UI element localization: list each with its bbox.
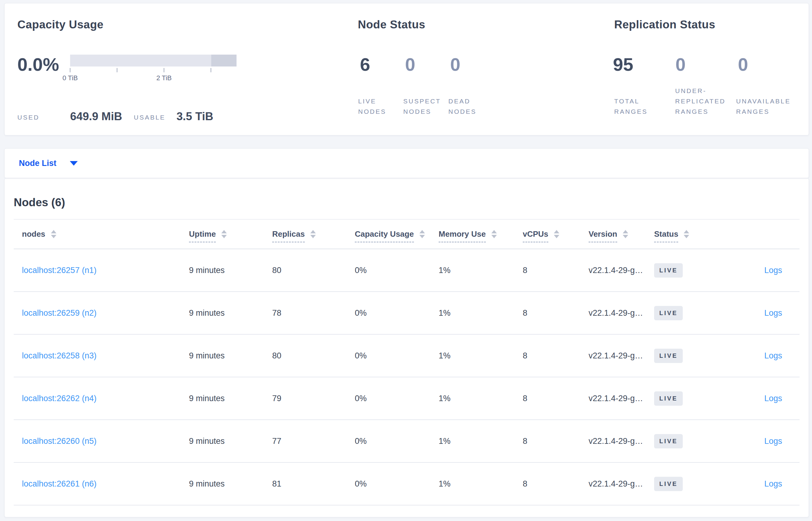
node-address-link[interactable]: localhost:26262 (n4) — [22, 394, 97, 403]
live-nodes-label: LIVE NODES — [358, 96, 392, 117]
logs-link[interactable]: Logs — [764, 394, 782, 403]
axis-tick-0 — [70, 68, 70, 72]
nodes-panel: Nodes (6) nodes Uptime Replicas Capacity… — [4, 178, 809, 517]
table-row: localhost:26257 (n1) 9 minutes 80 0% 1% … — [14, 249, 799, 292]
status-cell: LIVE — [654, 263, 727, 277]
column-header-replicas[interactable]: Replicas — [272, 229, 355, 239]
status-cell: LIVE — [654, 349, 727, 363]
chevron-down-icon — [70, 161, 78, 166]
logs-link[interactable]: Logs — [764, 479, 782, 489]
sort-icon[interactable] — [623, 230, 628, 238]
vcpus-cell: 8 — [523, 266, 589, 275]
replicas-cell: 80 — [272, 351, 355, 361]
status-badge: LIVE — [654, 263, 683, 277]
suspect-nodes-label: SUSPECT NODES — [403, 96, 447, 117]
table-row: localhost:26259 (n2) 9 minutes 78 0% 1% … — [14, 292, 799, 335]
sort-icon[interactable] — [221, 230, 227, 238]
table-row: localhost:26258 (n3) 9 minutes 80 0% 1% … — [14, 335, 799, 377]
dead-nodes-label: DEAD NODES — [448, 96, 482, 117]
vcpus-cell: 8 — [523, 309, 589, 318]
status-cell: LIVE — [654, 477, 727, 491]
logs-cell: Logs — [727, 394, 799, 403]
total-ranges-count: 95 — [613, 54, 675, 75]
status-badge: LIVE — [654, 349, 683, 363]
column-header-uptime[interactable]: Uptime — [189, 229, 272, 239]
unavailable-ranges-label: UNAVAILABLE RANGES — [736, 96, 801, 117]
memory-use-cell: 1% — [438, 266, 523, 275]
status-badge: LIVE — [654, 391, 683, 406]
memory-use-cell: 1% — [438, 479, 523, 489]
sort-icon[interactable] — [684, 230, 689, 238]
axis-tick-1 — [117, 68, 117, 72]
version-cell: v22.1.4-29-g… — [589, 351, 654, 361]
capacity-usage-title: Capacity Usage — [17, 18, 104, 31]
replicas-cell: 80 — [272, 266, 355, 275]
column-header-version[interactable]: Version — [589, 229, 654, 239]
logs-cell: Logs — [727, 479, 799, 489]
sort-icon[interactable] — [420, 230, 425, 238]
status-cell: LIVE — [654, 391, 727, 406]
replication-values: 95 0 0 — [613, 54, 801, 75]
total-ranges-label: TOTAL RANGES — [614, 96, 655, 117]
table-row: localhost:26260 (n5) 9 minutes 77 0% 1% … — [14, 420, 799, 463]
version-cell: v22.1.4-29-g… — [589, 436, 654, 446]
unavailable-ranges-count: 0 — [738, 54, 801, 75]
node-address-cell: localhost:26257 (n1) — [14, 266, 189, 275]
node-status-labels: LIVE NODES SUSPECT NODES DEAD NODES — [358, 85, 494, 117]
uptime-cell: 9 minutes — [189, 394, 272, 403]
live-nodes-count: 6 — [360, 54, 405, 75]
capacity-usage-cell: 0% — [355, 351, 438, 361]
sort-icon[interactable] — [554, 230, 559, 238]
logs-link[interactable]: Logs — [764, 266, 782, 275]
capacity-used-percent: 0.0% — [17, 54, 59, 75]
node-address-link[interactable]: localhost:26259 (n2) — [22, 309, 97, 318]
axis-label-0tib: 0 TiB — [52, 74, 88, 82]
view-select-dropdown[interactable]: Node List — [19, 159, 78, 168]
cluster-summary-card: Capacity Usage 0.0% 0 TiB 2 TiB USED 649… — [4, 3, 809, 135]
sort-icon[interactable] — [51, 230, 56, 238]
column-header-status[interactable]: Status — [654, 229, 727, 239]
node-address-link[interactable]: localhost:26258 (n3) — [22, 351, 97, 360]
version-cell: v22.1.4-29-g… — [589, 479, 654, 489]
node-status-title: Node Status — [358, 18, 425, 31]
replication-labels: TOTAL RANGES UNDER-REPLICATED RANGES UNA… — [614, 85, 797, 117]
column-header-vcpus[interactable]: vCPUs — [523, 229, 589, 239]
column-header-nodes[interactable]: nodes — [14, 229, 189, 239]
node-address-link[interactable]: localhost:26261 (n6) — [22, 479, 97, 489]
node-status-values: 6 0 0 — [360, 54, 495, 75]
replicas-cell: 77 — [272, 436, 355, 446]
replicas-cell: 81 — [272, 479, 355, 489]
column-header-capacity-usage[interactable]: Capacity Usage — [355, 229, 438, 239]
node-address-link[interactable]: localhost:26257 (n1) — [22, 266, 97, 275]
capacity-usage-cell: 0% — [355, 309, 438, 318]
table-body: localhost:26257 (n1) 9 minutes 80 0% 1% … — [14, 249, 799, 505]
table-row: localhost:26262 (n4) 9 minutes 79 0% 1% … — [14, 377, 799, 420]
under-replicated-ranges-count: 0 — [675, 54, 738, 75]
node-address-link[interactable]: localhost:26260 (n5) — [22, 436, 97, 446]
logs-cell: Logs — [727, 309, 799, 318]
uptime-cell: 9 minutes — [189, 309, 272, 318]
table-row: localhost:26261 (n6) 9 minutes 81 0% 1% … — [14, 463, 799, 505]
axis-tick-3 — [211, 68, 211, 72]
dead-nodes-count: 0 — [450, 54, 495, 75]
logs-link[interactable]: Logs — [764, 436, 782, 446]
column-header-memory-use[interactable]: Memory Use — [438, 229, 523, 239]
replication-status-title: Replication Status — [614, 18, 715, 31]
memory-use-cell: 1% — [438, 309, 523, 318]
sort-icon[interactable] — [310, 230, 316, 238]
view-select-label: Node List — [19, 159, 56, 168]
memory-use-cell: 1% — [438, 394, 523, 403]
node-address-cell: localhost:26262 (n4) — [14, 394, 189, 403]
logs-cell: Logs — [727, 266, 799, 275]
capacity-usage-cell: 0% — [355, 266, 438, 275]
status-cell: LIVE — [654, 434, 727, 448]
table-header-row: nodes Uptime Replicas Capacity Usage Mem… — [14, 219, 799, 249]
replicas-cell: 78 — [272, 309, 355, 318]
logs-link[interactable]: Logs — [764, 351, 782, 360]
sort-icon[interactable] — [491, 230, 497, 238]
uptime-cell: 9 minutes — [189, 266, 272, 275]
logs-link[interactable]: Logs — [764, 309, 782, 318]
capacity-usage-cell: 0% — [355, 394, 438, 403]
status-badge: LIVE — [654, 477, 683, 491]
version-cell: v22.1.4-29-g… — [589, 309, 654, 318]
